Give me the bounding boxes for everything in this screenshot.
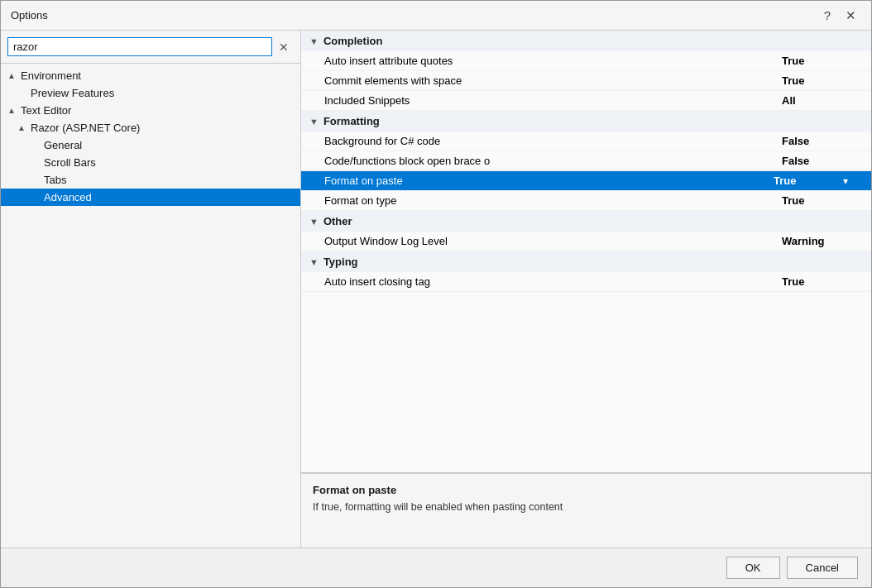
- tree-item-tabs[interactable]: Tabs: [1, 171, 300, 189]
- search-input[interactable]: [7, 37, 272, 56]
- tree-item-label: Environment: [21, 69, 81, 82]
- section-header-completion[interactable]: ▼Completion: [301, 31, 871, 51]
- dropdown-icon[interactable]: ▾: [843, 175, 848, 187]
- section-header-other[interactable]: ▼Other: [301, 211, 871, 232]
- section-label: Completion: [323, 35, 383, 47]
- options-dialog: Options ? ✕ ✕ ▲EnvironmentPreview Featur…: [0, 0, 872, 588]
- option-row-output-log-level[interactable]: Output Window Log LevelWarning: [301, 232, 871, 251]
- footer: OK Cancel: [1, 547, 871, 587]
- help-button[interactable]: ?: [819, 7, 836, 23]
- tree-item-label: Razor (ASP.NET Core): [31, 122, 140, 134]
- dialog-title: Options: [11, 9, 48, 22]
- tree-area: ▲EnvironmentPreview Features▲Text Editor…: [1, 64, 300, 547]
- collapse-arrow-icon: ▼: [309, 217, 319, 227]
- collapse-arrow-icon: ▼: [309, 257, 319, 267]
- option-row-auto-insert-quotes[interactable]: Auto insert attribute quotesTrue: [301, 51, 871, 71]
- description-text: If true, formatting will be enabled when…: [313, 501, 860, 513]
- tree-item-label: Advanced: [44, 191, 92, 203]
- option-value: True: [782, 275, 848, 288]
- option-label: Format on type: [324, 194, 782, 207]
- option-label: Auto insert closing tag: [324, 275, 782, 288]
- option-value: False: [782, 135, 848, 147]
- description-area: Format on paste If true, formatting will…: [301, 473, 871, 547]
- tree-item-label: Text Editor: [21, 104, 71, 117]
- section-header-formatting[interactable]: ▼Formatting: [301, 111, 871, 131]
- tree-arrow-icon: ▲: [7, 106, 17, 115]
- option-value: True: [782, 55, 848, 67]
- option-row-commit-elements[interactable]: Commit elements with spaceTrue: [301, 71, 871, 91]
- search-bar: ✕: [1, 31, 300, 64]
- option-label: Format on paste: [324, 174, 774, 187]
- tree-item-label: General: [44, 139, 82, 151]
- option-value: False: [782, 155, 848, 167]
- option-row-included-snippets[interactable]: Included SnippetsAll: [301, 91, 871, 111]
- tree-item-scroll-bars[interactable]: Scroll Bars: [1, 154, 300, 171]
- option-value: True: [782, 194, 848, 207]
- description-title: Format on paste: [313, 484, 860, 496]
- search-clear-button[interactable]: ✕: [274, 39, 294, 55]
- title-bar-controls: ? ✕: [819, 7, 861, 23]
- section-header-typing[interactable]: ▼Typing: [301, 251, 871, 272]
- section-label: Other: [323, 215, 352, 227]
- option-label: Output Window Log Level: [324, 235, 782, 247]
- tree-item-label: Preview Features: [31, 87, 114, 99]
- cancel-button[interactable]: Cancel: [787, 557, 858, 579]
- ok-button[interactable]: OK: [726, 557, 780, 579]
- tree-item-preview-features[interactable]: Preview Features: [1, 84, 300, 102]
- option-value: Warning: [782, 235, 848, 247]
- option-value: All: [782, 94, 848, 107]
- option-label: Included Snippets: [324, 94, 782, 107]
- tree-item-environment[interactable]: ▲Environment: [1, 67, 300, 84]
- options-area: ▼CompletionAuto insert attribute quotesT…: [301, 31, 871, 473]
- option-label: Commit elements with space: [324, 74, 782, 87]
- tree-arrow-icon: ▲: [7, 71, 17, 80]
- collapse-arrow-icon: ▼: [309, 117, 319, 127]
- tree-item-text-editor[interactable]: ▲Text Editor: [1, 102, 300, 119]
- option-row-auto-closing-tag[interactable]: Auto insert closing tagTrue: [301, 272, 871, 292]
- option-label: Background for C# code: [324, 135, 782, 147]
- option-row-format-on-paste[interactable]: Format on pasteTrue▾: [301, 171, 871, 191]
- option-value: True: [774, 174, 840, 187]
- option-row-code-functions[interactable]: Code/functions block open brace oFalse: [301, 151, 871, 171]
- collapse-arrow-icon: ▼: [309, 36, 319, 46]
- dialog-body: ✕ ▲EnvironmentPreview Features▲Text Edit…: [1, 31, 871, 547]
- option-row-format-on-type[interactable]: Format on typeTrue: [301, 191, 871, 211]
- tree-item-advanced[interactable]: Advanced: [1, 189, 300, 206]
- tree-item-general[interactable]: General: [1, 136, 300, 154]
- right-panel: ▼CompletionAuto insert attribute quotesT…: [301, 31, 871, 547]
- tree-arrow-icon: ▲: [17, 123, 27, 132]
- title-bar: Options ? ✕: [1, 1, 871, 31]
- close-button[interactable]: ✕: [841, 7, 861, 23]
- tree-item-razor[interactable]: ▲Razor (ASP.NET Core): [1, 119, 300, 136]
- option-row-background-csharp[interactable]: Background for C# codeFalse: [301, 131, 871, 151]
- option-label: Auto insert attribute quotes: [324, 55, 782, 67]
- option-label: Code/functions block open brace o: [324, 155, 782, 167]
- tree-item-label: Tabs: [44, 174, 66, 186]
- section-label: Typing: [323, 256, 358, 268]
- section-label: Formatting: [323, 115, 380, 127]
- option-value: True: [782, 74, 848, 87]
- left-panel: ✕ ▲EnvironmentPreview Features▲Text Edit…: [1, 31, 301, 547]
- tree-item-label: Scroll Bars: [44, 156, 96, 169]
